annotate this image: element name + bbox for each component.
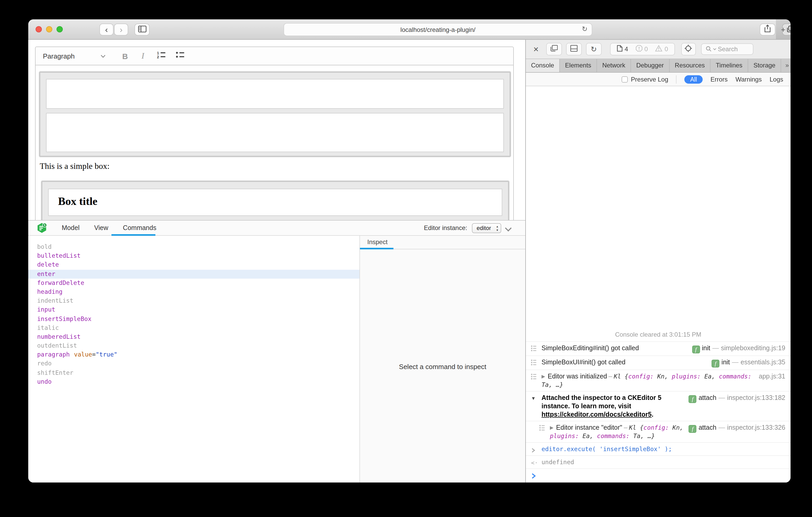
screen: ‹ › localhost/creating-a-plugin/ ↻ — [0, 0, 812, 517]
bold-button[interactable]: B — [119, 52, 131, 60]
tab-model[interactable]: Model — [62, 224, 80, 232]
ckeditor-logo-icon: 5 — [37, 223, 47, 233]
filter-warnings-button[interactable]: Warnings — [735, 75, 762, 83]
new-tab-button[interactable]: + — [776, 19, 790, 39]
simple-box-title-field[interactable] — [46, 79, 504, 109]
source-location-link[interactable]: simpleboxediting.js:19 — [721, 344, 785, 352]
command-row-numberedList[interactable]: numberedList — [28, 332, 359, 341]
disclosure-collapsed-icon[interactable]: ▶ — [542, 374, 545, 379]
log-message: SimpleBoxEditing#init() got called — [542, 344, 639, 352]
source-location-link[interactable]: essentials.js:35 — [741, 359, 785, 366]
command-row-input[interactable]: input — [28, 306, 359, 314]
command-row-paragraph[interactable]: paragraphvalue="true" — [28, 351, 359, 359]
editor-instance-select[interactable]: editor ▲▼ — [472, 223, 501, 233]
reload-page-button[interactable]: ↻ — [586, 43, 602, 55]
source-location-link[interactable]: inspector.js:133:182 — [727, 394, 785, 401]
console-log-row-child: ▶Editor instance "editor"–Kl {config: Kn… — [526, 421, 790, 442]
command-row-bold[interactable]: bold — [28, 243, 359, 251]
zoom-window-button[interactable] — [57, 26, 63, 32]
element-picker-button[interactable] — [681, 43, 696, 55]
inspector-attached-message: Attached the inspector to a CKEditor 5 i… — [542, 394, 661, 410]
console-log-row: SimpleBoxEditing#init() got called finit… — [526, 341, 790, 356]
tab-overflow-button[interactable]: » — [781, 59, 790, 72]
sidebar-icon — [138, 25, 146, 34]
console-result-row: <· undefined — [526, 455, 790, 468]
console-pane: Console cleared at 3:01:15 PM SimpleBoxE… — [526, 86, 790, 483]
inspect-tab-bar: Inspect — [360, 236, 525, 249]
simple-box-widget[interactable]: Box title — [41, 181, 509, 221]
devtools-close-button[interactable]: ✕ — [533, 45, 539, 53]
preserve-log-control[interactable]: Preserve Log — [621, 75, 668, 83]
tab-commands[interactable]: Commands — [123, 224, 156, 232]
disclosure-expanded-icon[interactable]: ▼ — [531, 395, 539, 402]
command-row-shiftEnter[interactable]: shiftEnter — [28, 368, 359, 377]
dock-to-bottom-button[interactable] — [566, 43, 582, 55]
heading-dropdown[interactable]: Paragraph — [43, 52, 105, 60]
command-row-enter-selected[interactable]: enter — [28, 270, 359, 278]
sidebar-toggle-button[interactable] — [135, 24, 150, 35]
command-row-insertSimpleBox[interactable]: insertSimpleBox — [28, 314, 359, 323]
filter-logs-button[interactable]: Logs — [770, 75, 783, 83]
page-status-group[interactable]: 4 0 0 — [610, 43, 675, 55]
simple-box-widget-selected[interactable] — [39, 71, 511, 157]
command-row-heading[interactable]: heading — [28, 287, 359, 296]
address-bar[interactable]: localhost/creating-a-plugin/ ↻ — [284, 23, 592, 36]
numbered-list-button[interactable]: 12 — [155, 51, 167, 61]
command-row-indentList[interactable]: indentList — [28, 296, 359, 305]
active-tab-underline — [360, 248, 394, 249]
inspector-header: 5 Model View Commands Editor instance: e… — [28, 221, 525, 236]
editor-editable-area[interactable]: This is a simple box: Box title — [36, 65, 513, 221]
console-input-echo: editor.execute( 'insertSimpleBox' ); — [542, 445, 672, 453]
devtools-search-field[interactable]: Search — [701, 43, 753, 55]
close-window-button[interactable] — [36, 26, 42, 32]
back-icon: ‹ — [105, 25, 108, 34]
active-tab-underline — [111, 234, 155, 236]
function-badge-icon: f — [712, 360, 719, 367]
web-inspector: ✕ ↻ — [525, 40, 790, 483]
tab-elements[interactable]: Elements — [560, 59, 597, 72]
command-row-delete[interactable]: delete — [28, 261, 359, 270]
simple-box-description-field[interactable] — [46, 113, 504, 152]
resource-count: 4 — [617, 45, 628, 53]
share-button[interactable] — [760, 24, 775, 35]
tab-console[interactable]: Console — [526, 59, 560, 72]
back-button[interactable]: ‹ — [99, 24, 114, 35]
paragraph-text: This is a simple box: — [40, 161, 110, 171]
tab-network[interactable]: Network — [597, 59, 631, 72]
command-row-bulletedList[interactable]: bulletedList — [28, 251, 359, 260]
command-row-outdentList[interactable]: outdentList — [28, 341, 359, 350]
tab-resources[interactable]: Resources — [670, 59, 711, 72]
command-row-redo[interactable]: redo — [28, 359, 359, 368]
filter-all-button[interactable]: All — [685, 75, 703, 83]
tab-inspect[interactable]: Inspect — [360, 236, 387, 249]
reload-icon: ↻ — [591, 45, 597, 53]
console-log-row-expandable: ▶Editor was initialized–Kl {config: Kn, … — [526, 370, 790, 391]
tab-timelines[interactable]: Timelines — [710, 59, 748, 72]
reload-icon[interactable]: ↻ — [582, 25, 587, 33]
tab-storage[interactable]: Storage — [748, 59, 781, 72]
bulleted-list-button[interactable] — [174, 51, 186, 61]
command-row-italic[interactable]: italic — [28, 323, 359, 332]
forward-button[interactable]: › — [114, 24, 128, 35]
detach-window-button[interactable] — [546, 43, 562, 55]
tab-debugger[interactable]: Debugger — [631, 59, 669, 72]
command-row-forwardDelete[interactable]: forwardDelete — [28, 279, 359, 287]
ckeditor-docs-link[interactable]: https://ckeditor.com/docs/ckeditor5 — [542, 411, 651, 418]
preserve-log-checkbox[interactable] — [621, 76, 628, 82]
inspector-body: bold bulletedList delete enter forwardDe… — [28, 236, 525, 483]
source-location-link[interactable]: app.js:31 — [759, 373, 785, 380]
inspector-collapse-button[interactable] — [506, 223, 511, 233]
minimize-window-button[interactable] — [46, 26, 52, 32]
italic-button[interactable]: I — [137, 51, 149, 61]
disclosure-collapsed-icon[interactable]: ▶ — [550, 425, 554, 430]
console-prompt[interactable] — [526, 468, 790, 483]
command-attribute-name: value — [74, 351, 92, 358]
command-row-undo[interactable]: undo — [28, 377, 359, 386]
simple-box-title-field[interactable]: Box title — [48, 189, 502, 216]
filter-errors-button[interactable]: Errors — [710, 75, 727, 83]
source-location-link[interactable]: inspector.js:133:326 — [727, 424, 785, 431]
tab-view[interactable]: View — [94, 224, 108, 232]
search-icon — [706, 44, 712, 54]
command-inspect-pane: Inspect Select a command to inspect — [359, 236, 525, 483]
plus-icon: + — [781, 25, 786, 34]
